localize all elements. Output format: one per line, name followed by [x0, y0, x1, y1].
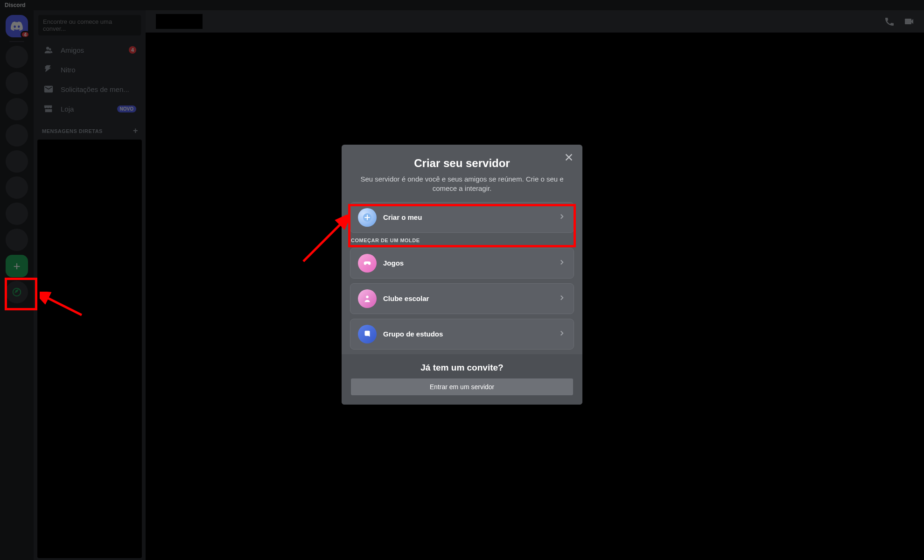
annotation-arrow-create-own — [299, 215, 350, 266]
chevron-right-icon — [558, 258, 566, 268]
modal-footer: Já tem um convite? Entrar em um servidor — [342, 354, 582, 405]
games-icon — [358, 254, 377, 273]
option-template-games[interactable]: Jogos — [350, 248, 574, 279]
close-icon — [564, 152, 574, 162]
modal-subtitle: Seu servidor é onde você e seus amigos s… — [353, 175, 571, 194]
template-section-header: COMEÇAR DE UM MOLDE — [351, 238, 573, 243]
footer-title: Já tem um convite? — [351, 363, 573, 373]
option-label: Grupo de estudos — [383, 330, 551, 338]
svg-line-3 — [303, 222, 343, 261]
create-server-modal: Criar seu servidor Seu servidor é onde v… — [342, 145, 582, 405]
study-group-icon — [358, 325, 377, 343]
option-template-school-club[interactable]: Clube escolar — [350, 283, 574, 314]
join-server-button[interactable]: Entrar em um servidor — [351, 378, 573, 395]
svg-point-2 — [366, 295, 369, 298]
option-create-my-own[interactable]: Criar o meu — [350, 202, 574, 233]
option-label: Jogos — [383, 259, 551, 267]
annotation-highlight-add-server — [5, 278, 37, 310]
close-button[interactable] — [564, 152, 574, 164]
chevron-right-icon — [558, 294, 566, 304]
chevron-right-icon — [558, 212, 566, 223]
annotation-arrow-add-server — [40, 292, 86, 320]
modal-overlay[interactable]: Criar seu servidor Seu servidor é onde v… — [0, 0, 924, 560]
chevron-right-icon — [558, 329, 566, 339]
option-label: Clube escolar — [383, 294, 551, 302]
option-template-study-group[interactable]: Grupo de estudos — [350, 319, 574, 350]
school-club-icon — [358, 289, 377, 308]
svg-line-0 — [44, 296, 82, 315]
create-own-icon — [358, 208, 377, 227]
option-label: Criar o meu — [383, 213, 551, 221]
modal-title: Criar seu servidor — [353, 157, 571, 170]
